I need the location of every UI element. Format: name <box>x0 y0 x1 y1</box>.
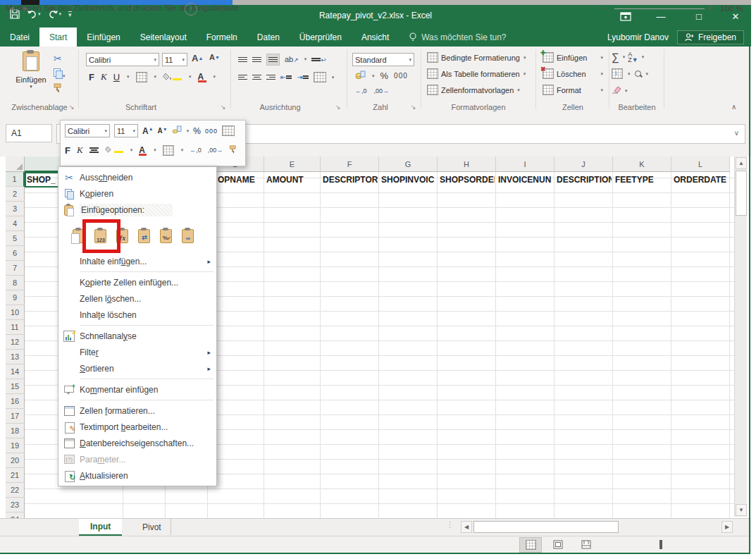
mini-font-color-button[interactable]: A <box>139 145 147 156</box>
row-header-11[interactable]: 11 <box>6 320 25 335</box>
row-header-1[interactable]: 1 <box>6 172 25 187</box>
cut-button[interactable]: ✂ <box>54 52 62 65</box>
tab-überprüfen[interactable]: Überprüfen <box>290 27 352 47</box>
scroll-left-icon[interactable]: ◀ <box>461 521 472 533</box>
accounting-format-button[interactable] <box>355 70 366 81</box>
tab-seitenlayout[interactable]: Seitenlayout <box>130 27 197 47</box>
paste-option-transpose[interactable]: ⇄ <box>135 226 154 245</box>
styles-button-0[interactable]: Bedingte Formatierung▾ <box>427 52 526 63</box>
row-header-7[interactable]: 7 <box>6 261 25 276</box>
user-name[interactable]: Lyubomir Danov <box>607 32 669 42</box>
column-header-K[interactable]: K <box>613 156 671 172</box>
styles-button-1[interactable]: Als Tabelle formatieren▾ <box>427 68 526 79</box>
menu-item-aktualisieren[interactable]: ↻Aktualisieren <box>58 467 216 484</box>
number-format-combo[interactable]: Standard▾ <box>352 53 414 66</box>
mini-accounting-button[interactable] <box>172 125 182 136</box>
row-header-3[interactable]: 3 <box>6 202 25 216</box>
row-header-20[interactable]: 20 <box>6 453 25 468</box>
font-color-button[interactable]: A <box>198 72 206 82</box>
mini-fill-color-button[interactable] <box>105 145 123 155</box>
increase-decimal-button[interactable]: ←,0 <box>355 87 367 94</box>
tab-formeln[interactable]: Formeln <box>197 27 247 47</box>
cell-G1[interactable]: SHOPINVOIC <box>379 172 436 187</box>
row-header-14[interactable]: 14 <box>6 364 25 379</box>
cell-F1[interactable]: DESCRIPTOR <box>321 172 378 187</box>
mini-italic-button[interactable]: K <box>77 145 83 156</box>
sheet-tab-input[interactable]: Input <box>79 519 122 536</box>
row-header-23[interactable]: 23 <box>6 498 25 512</box>
mini-increase-decimal[interactable]: ←,0 <box>190 147 202 154</box>
tell-me-box[interactable]: Was möchten Sie tun? <box>409 27 506 47</box>
align-bottom-button[interactable] <box>266 54 280 66</box>
formula-bar-expand-icon[interactable]: ∨ <box>734 129 739 137</box>
row-header-22[interactable]: 22 <box>6 483 25 498</box>
fill-color-button[interactable] <box>163 73 182 82</box>
mini-format-painter-button[interactable] <box>229 145 238 156</box>
format-painter-button[interactable] <box>54 83 63 96</box>
view-page-layout-button[interactable] <box>547 537 569 551</box>
horizontal-scroll-thumb[interactable] <box>473 521 619 533</box>
row-header-2[interactable]: 2 <box>6 187 25 202</box>
decrease-decimal-button[interactable]: ,00→ <box>374 87 390 94</box>
italic-button[interactable]: K <box>101 71 107 82</box>
vertical-scrollbar[interactable]: ▲ ▼ <box>734 156 747 517</box>
row-header-17[interactable]: 17 <box>6 409 25 424</box>
row-header-8[interactable]: 8 <box>6 276 25 290</box>
column-header-L[interactable]: L <box>671 156 730 172</box>
menu-item-textimport-bearbeiten[interactable]: ✎Textimport bearbeiten... <box>58 419 216 435</box>
cell-I1[interactable]: INVOICENUN <box>496 172 553 187</box>
cell-E1[interactable]: AMOUNT <box>264 172 319 187</box>
column-header-H[interactable]: H <box>438 156 496 172</box>
scroll-right-icon[interactable]: ▶ <box>721 521 733 533</box>
zoom-out-button[interactable]: − <box>603 3 609 13</box>
menu-item-sortieren[interactable]: Sortieren▸ <box>58 360 216 376</box>
orientation-button[interactable]: ab↗ <box>285 55 299 63</box>
number-dialog-launcher[interactable]: ↘ <box>411 104 416 111</box>
vertical-scroll-thumb[interactable] <box>736 171 747 216</box>
styles-button-2[interactable]: Zellenformatvorlagen▾ <box>427 85 520 95</box>
cells-button-einfügen[interactable]: ✚Einfügen▾ <box>543 52 603 63</box>
tab-daten[interactable]: Daten <box>247 27 290 47</box>
menu-item-zellen-formatieren[interactable]: Zellen formatieren... <box>58 403 216 419</box>
grow-font-button[interactable]: A▲ <box>192 53 203 63</box>
clipboard-dialog-launcher[interactable]: ↘ <box>69 104 75 111</box>
menu-item-schnellanalyse[interactable]: Schnellanalyse <box>58 328 216 344</box>
share-button[interactable]: Freigeben <box>677 30 744 44</box>
column-header-F[interactable]: F <box>321 156 379 172</box>
tab-einfügen[interactable]: Einfügen <box>77 27 130 47</box>
zoom-slider-track[interactable] <box>614 8 705 9</box>
row-header-19[interactable]: 19 <box>6 438 25 453</box>
mini-percent-button[interactable]: % <box>193 126 201 136</box>
menu-item-kommentar-einfügen[interactable]: +Kommentar einfügen <box>58 381 216 398</box>
autosum-button[interactable]: ∑ <box>612 51 619 63</box>
menu-item-kopierte-zellen-einfügen[interactable]: Kopierte Zellen einfügen... <box>58 274 216 290</box>
menu-item-ausschneiden[interactable]: ✂Ausschneiden <box>58 169 216 185</box>
paste-big-button[interactable]: Einfügen ▾ <box>14 50 48 90</box>
collapse-ribbon-button[interactable]: ∧ <box>731 103 736 111</box>
cell-H1[interactable]: SHOPSORDEI <box>438 172 495 187</box>
font-name-combo[interactable]: Calibri▾ <box>86 53 159 66</box>
view-normal-button[interactable] <box>519 537 542 553</box>
mini-comma-button[interactable]: 000 <box>205 128 218 135</box>
increase-indent-button[interactable]: ⇥ <box>297 73 308 81</box>
row-header-6[interactable]: 6 <box>6 246 25 261</box>
align-right-button[interactable] <box>266 73 275 81</box>
name-box[interactable]: A1 <box>6 124 52 142</box>
align-left-button[interactable] <box>238 73 247 81</box>
mini-bold-button[interactable]: F <box>65 145 70 156</box>
underline-button[interactable]: U <box>113 72 120 82</box>
column-header-J[interactable]: J <box>554 156 613 172</box>
menu-item-kopieren[interactable]: Kopieren <box>58 185 216 202</box>
mini-grow-font-button[interactable]: A▲ <box>142 126 154 136</box>
row-header-15[interactable]: 15 <box>6 379 25 394</box>
column-header-I[interactable]: I <box>496 156 554 172</box>
row-header-5[interactable]: 5 <box>6 231 25 246</box>
sheet-tab-pivot[interactable]: Pivot <box>131 519 173 536</box>
row-header-21[interactable]: 21 <box>6 468 25 483</box>
copy-button[interactable]: ▾ <box>54 68 66 80</box>
borders-dropdown-icon[interactable]: ▾ <box>154 74 157 80</box>
zoom-slider-thumb[interactable] <box>659 540 662 549</box>
mini-font-name-combo[interactable]: Calibri▾ <box>65 124 110 137</box>
select-all-button[interactable] <box>6 156 25 172</box>
mini-merge-button[interactable] <box>222 125 235 136</box>
